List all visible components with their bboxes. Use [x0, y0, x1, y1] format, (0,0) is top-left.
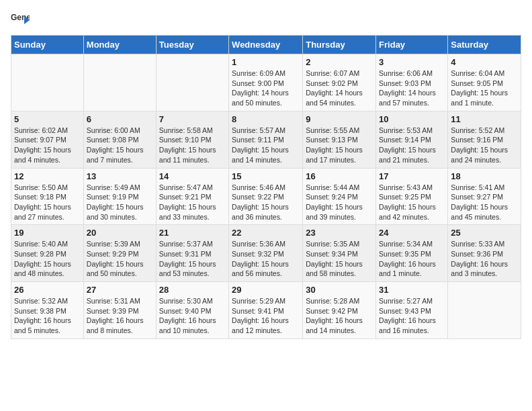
weekday-header-sunday: Sunday: [11, 36, 84, 54]
calendar-table: SundayMondayTuesdayWednesdayThursdayFrid…: [11, 35, 521, 339]
day-detail: Sunrise: 5:36 AMSunset: 9:32 PMDaylight:…: [232, 239, 300, 279]
calendar-cell: 12Sunrise: 5:50 AMSunset: 9:18 PMDayligh…: [11, 168, 84, 225]
day-detail: Sunrise: 5:46 AMSunset: 9:22 PMDaylight:…: [232, 183, 300, 222]
day-number: 19: [14, 228, 81, 238]
weekday-header-saturday: Saturday: [448, 36, 521, 54]
calendar-cell: 24Sunrise: 5:34 AMSunset: 9:35 PMDayligh…: [376, 225, 448, 282]
day-number: 16: [306, 171, 373, 181]
day-detail: Sunrise: 5:28 AMSunset: 9:42 PMDaylight:…: [306, 296, 373, 336]
day-number: 5: [14, 114, 81, 124]
calendar-cell: 26Sunrise: 5:32 AMSunset: 9:38 PMDayligh…: [11, 282, 84, 339]
day-detail: Sunrise: 5:31 AMSunset: 9:39 PMDaylight:…: [87, 296, 153, 336]
calendar-cell: 1Sunrise: 6:09 AMSunset: 9:00 PMDaylight…: [229, 54, 303, 111]
day-number: 6: [87, 114, 153, 124]
calendar-cell: 6Sunrise: 6:00 AMSunset: 9:08 PMDaylight…: [83, 111, 156, 168]
day-detail: Sunrise: 6:00 AMSunset: 9:08 PMDaylight:…: [87, 126, 153, 165]
day-detail: Sunrise: 5:52 AMSunset: 9:16 PMDaylight:…: [451, 126, 518, 165]
day-number: 25: [451, 228, 518, 238]
weekday-header-friday: Friday: [376, 36, 448, 54]
weekday-header-tuesday: Tuesday: [156, 36, 228, 54]
calendar-cell: 8Sunrise: 5:57 AMSunset: 9:11 PMDaylight…: [229, 111, 303, 168]
day-detail: Sunrise: 5:39 AMSunset: 9:29 PMDaylight:…: [87, 239, 153, 279]
header: General: [11, 11, 521, 30]
calendar-cell: 14Sunrise: 5:47 AMSunset: 9:21 PMDayligh…: [156, 168, 228, 225]
calendar-cell: 22Sunrise: 5:36 AMSunset: 9:32 PMDayligh…: [229, 225, 303, 282]
calendar-cell: 16Sunrise: 5:44 AMSunset: 9:24 PMDayligh…: [303, 168, 376, 225]
day-detail: Sunrise: 5:34 AMSunset: 9:35 PMDaylight:…: [379, 239, 445, 279]
calendar-cell: 25Sunrise: 5:33 AMSunset: 9:36 PMDayligh…: [448, 225, 521, 282]
day-detail: Sunrise: 6:07 AMSunset: 9:02 PMDaylight:…: [306, 68, 373, 108]
day-number: 4: [451, 57, 518, 67]
day-detail: Sunrise: 5:30 AMSunset: 9:40 PMDaylight:…: [159, 296, 226, 336]
calendar-cell: 10Sunrise: 5:53 AMSunset: 9:14 PMDayligh…: [376, 111, 448, 168]
day-detail: Sunrise: 5:49 AMSunset: 9:19 PMDaylight:…: [87, 183, 153, 222]
day-detail: Sunrise: 5:33 AMSunset: 9:36 PMDaylight:…: [451, 239, 518, 279]
calendar-cell: 27Sunrise: 5:31 AMSunset: 9:39 PMDayligh…: [83, 282, 156, 339]
calendar-cell: 9Sunrise: 5:55 AMSunset: 9:13 PMDaylight…: [303, 111, 376, 168]
day-number: 13: [87, 171, 153, 181]
day-number: 10: [379, 114, 445, 124]
weekday-header-row: SundayMondayTuesdayWednesdayThursdayFrid…: [11, 36, 521, 54]
calendar-cell: 3Sunrise: 6:06 AMSunset: 9:03 PMDaylight…: [376, 54, 448, 111]
day-detail: Sunrise: 5:47 AMSunset: 9:21 PMDaylight:…: [159, 183, 226, 222]
day-number: 31: [379, 285, 445, 295]
day-number: 18: [451, 171, 518, 181]
day-detail: Sunrise: 5:35 AMSunset: 9:34 PMDaylight:…: [306, 239, 373, 279]
day-number: 2: [306, 57, 373, 67]
day-number: 8: [232, 114, 300, 124]
calendar-cell: 19Sunrise: 5:40 AMSunset: 9:28 PMDayligh…: [11, 225, 84, 282]
calendar-cell: [448, 282, 521, 339]
day-detail: Sunrise: 5:50 AMSunset: 9:18 PMDaylight:…: [14, 183, 81, 222]
day-detail: Sunrise: 5:58 AMSunset: 9:10 PMDaylight:…: [159, 126, 226, 165]
day-number: 27: [87, 285, 153, 295]
day-number: 26: [14, 285, 81, 295]
calendar-week-row: 12Sunrise: 5:50 AMSunset: 9:18 PMDayligh…: [11, 168, 521, 225]
day-number: 9: [306, 114, 373, 124]
calendar-cell: 23Sunrise: 5:35 AMSunset: 9:34 PMDayligh…: [303, 225, 376, 282]
day-number: 3: [379, 57, 445, 67]
weekday-header-monday: Monday: [83, 36, 156, 54]
day-detail: Sunrise: 5:32 AMSunset: 9:38 PMDaylight:…: [14, 296, 81, 336]
day-number: 17: [379, 171, 445, 181]
calendar-cell: 15Sunrise: 5:46 AMSunset: 9:22 PMDayligh…: [229, 168, 303, 225]
calendar-cell: 18Sunrise: 5:41 AMSunset: 9:27 PMDayligh…: [448, 168, 521, 225]
day-detail: Sunrise: 5:40 AMSunset: 9:28 PMDaylight:…: [14, 239, 81, 279]
calendar-cell: 13Sunrise: 5:49 AMSunset: 9:19 PMDayligh…: [83, 168, 156, 225]
day-number: 24: [379, 228, 445, 238]
day-detail: Sunrise: 5:29 AMSunset: 9:41 PMDaylight:…: [232, 296, 300, 336]
calendar-week-row: 1Sunrise: 6:09 AMSunset: 9:00 PMDaylight…: [11, 54, 521, 111]
calendar-cell: 5Sunrise: 6:02 AMSunset: 9:07 PMDaylight…: [11, 111, 84, 168]
calendar-cell: 17Sunrise: 5:43 AMSunset: 9:25 PMDayligh…: [376, 168, 448, 225]
day-number: 14: [159, 171, 226, 181]
day-detail: Sunrise: 5:44 AMSunset: 9:24 PMDaylight:…: [306, 183, 373, 222]
day-detail: Sunrise: 5:41 AMSunset: 9:27 PMDaylight:…: [451, 183, 518, 222]
day-number: 29: [232, 285, 300, 295]
calendar-cell: 31Sunrise: 5:27 AMSunset: 9:43 PMDayligh…: [376, 282, 448, 339]
calendar-week-row: 26Sunrise: 5:32 AMSunset: 9:38 PMDayligh…: [11, 282, 521, 339]
day-detail: Sunrise: 5:43 AMSunset: 9:25 PMDaylight:…: [379, 183, 445, 222]
calendar-cell: 20Sunrise: 5:39 AMSunset: 9:29 PMDayligh…: [83, 225, 156, 282]
calendar-cell: 28Sunrise: 5:30 AMSunset: 9:40 PMDayligh…: [156, 282, 228, 339]
weekday-header-thursday: Thursday: [303, 36, 376, 54]
day-number: 28: [159, 285, 226, 295]
calendar-cell: 29Sunrise: 5:29 AMSunset: 9:41 PMDayligh…: [229, 282, 303, 339]
day-detail: Sunrise: 6:09 AMSunset: 9:00 PMDaylight:…: [232, 68, 300, 108]
day-number: 12: [14, 171, 81, 181]
day-number: 22: [232, 228, 300, 238]
logo: General: [11, 11, 32, 30]
day-number: 30: [306, 285, 373, 295]
day-number: 23: [306, 228, 373, 238]
day-detail: Sunrise: 5:53 AMSunset: 9:14 PMDaylight:…: [379, 126, 445, 165]
calendar-week-row: 19Sunrise: 5:40 AMSunset: 9:28 PMDayligh…: [11, 225, 521, 282]
day-detail: Sunrise: 6:04 AMSunset: 9:05 PMDaylight:…: [451, 68, 518, 108]
calendar-cell: 4Sunrise: 6:04 AMSunset: 9:05 PMDaylight…: [448, 54, 521, 111]
day-number: 11: [451, 114, 518, 124]
calendar-cell: 2Sunrise: 6:07 AMSunset: 9:02 PMDaylight…: [303, 54, 376, 111]
weekday-header-wednesday: Wednesday: [229, 36, 303, 54]
calendar-cell: 21Sunrise: 5:37 AMSunset: 9:31 PMDayligh…: [156, 225, 228, 282]
day-number: 20: [87, 228, 153, 238]
calendar-cell: [83, 54, 156, 111]
calendar-week-row: 5Sunrise: 6:02 AMSunset: 9:07 PMDaylight…: [11, 111, 521, 168]
day-number: 15: [232, 171, 300, 181]
calendar-cell: [11, 54, 84, 111]
